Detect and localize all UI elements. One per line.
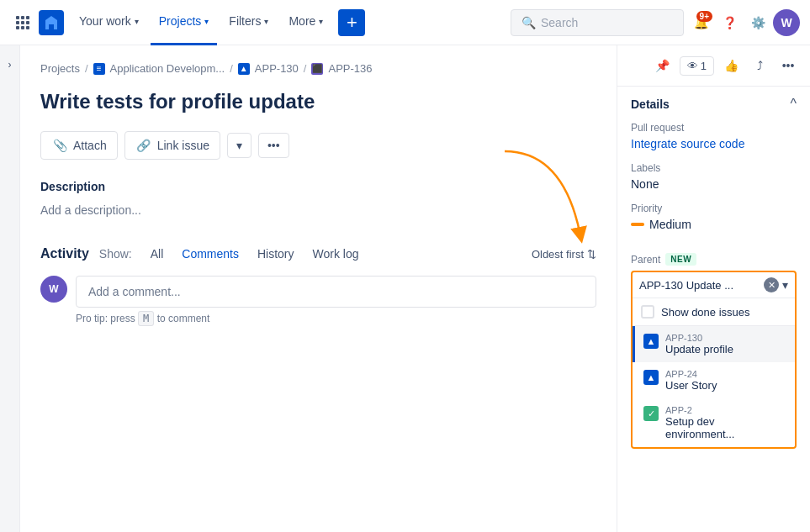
svg-rect-4 <box>21 21 24 24</box>
parent-section: Parent NEW APP-130 Update ... ✕ ▾ Show d… <box>617 253 810 459</box>
pin-icon: 📌 <box>655 59 670 72</box>
breadcrumb-app130[interactable]: APP-130 <box>255 62 299 75</box>
svg-rect-7 <box>21 26 24 29</box>
user-avatar[interactable]: W <box>773 9 800 36</box>
attach-button[interactable]: 📎 Attach <box>40 131 118 160</box>
show-done-checkbox[interactable] <box>641 305 654 319</box>
description-section: Description Add a description... <box>40 180 596 220</box>
parent-label-row: Parent NEW <box>631 253 797 266</box>
sidebar-toggle-button[interactable]: › <box>0 45 20 532</box>
nav-icon-group: 🔔 9+ ❓ ⚙️ W <box>687 9 800 36</box>
details-section: Details ^ Pull request Integrate source … <box>617 87 810 253</box>
dropdown-item-key-0: APP-130 <box>665 333 786 343</box>
description-label: Description <box>40 180 596 193</box>
parent-clear-button[interactable]: ✕ <box>764 277 779 292</box>
details-section-title: Details <box>631 97 670 111</box>
ellipsis-icon: ••• <box>267 139 280 152</box>
help-button[interactable]: ❓ <box>716 9 743 36</box>
parent-dropdown-caret[interactable]: ▾ <box>782 278 788 292</box>
app-body: › Projects / ≡ Application Developm... /… <box>0 45 810 532</box>
breadcrumb-app-dev[interactable]: Application Developm... <box>110 62 225 75</box>
dropdown-item-key-1: APP-24 <box>665 369 786 379</box>
nav-projects[interactable]: Projects ▾ <box>151 0 218 45</box>
breadcrumb-app130-icon: ▲ <box>238 63 250 75</box>
breadcrumb-projects[interactable]: Projects <box>40 62 80 75</box>
notification-bell-button[interactable]: 🔔 9+ <box>687 9 714 36</box>
priority-label: Priority <box>631 203 797 214</box>
chevron-down-icon: ▾ <box>236 139 242 152</box>
priority-row: Priority Medium <box>631 203 797 231</box>
grid-icon[interactable] <box>10 10 35 35</box>
pro-tip: Pro tip: press M to comment <box>76 313 596 324</box>
tab-comments[interactable]: Comments <box>173 244 247 264</box>
svg-rect-0 <box>16 16 19 19</box>
details-header: Details ^ <box>631 97 797 112</box>
tab-worklog[interactable]: Work log <box>304 244 368 264</box>
search-bar[interactable]: 🔍 Search <box>511 9 684 36</box>
create-button[interactable]: + <box>338 9 365 36</box>
collapse-icon: › <box>8 59 12 71</box>
more-panel-button[interactable]: ••• <box>776 54 800 77</box>
svg-rect-2 <box>26 16 29 19</box>
labels-label: Labels <box>631 162 797 174</box>
share-button[interactable]: ⤴ <box>748 54 771 77</box>
dropdown-item-key-2: APP-2 <box>665 405 786 415</box>
activity-filter-tabs: All Comments History Work log <box>142 244 368 264</box>
dropdown-item-app24[interactable]: ▲ APP-24 User Story <box>633 362 795 398</box>
priority-value-row[interactable]: Medium <box>631 218 797 231</box>
nav-your-work[interactable]: Your work ▾ <box>71 0 147 45</box>
parent-label: Parent <box>631 254 660 266</box>
thumbsup-icon: 👍 <box>724 59 739 72</box>
nav-more[interactable]: More ▾ <box>280 0 331 45</box>
pin-icon-button[interactable]: 📌 <box>651 54 675 77</box>
filters-chevron: ▾ <box>264 17 268 26</box>
dropdown-item-name-2: Setup dev environment... <box>665 415 786 440</box>
show-label: Show: <box>99 247 132 261</box>
dropdown-arrow-button[interactable]: ▾ <box>227 133 251 158</box>
tab-all[interactable]: All <box>142 244 172 264</box>
user-comment-avatar: W <box>40 276 67 303</box>
parent-input-value: APP-130 Update ... <box>639 279 764 292</box>
search-icon: 🔍 <box>521 16 536 29</box>
comment-input[interactable]: Add a comment... <box>76 276 596 308</box>
breadcrumb: Projects / ≡ Application Developm... / ▲… <box>40 62 596 75</box>
labels-value[interactable]: None <box>631 177 797 191</box>
parent-dropdown-container: APP-130 Update ... ✕ ▾ Show done issues … <box>631 271 797 449</box>
dropdown-item-app2[interactable]: ✓ APP-2 Setup dev environment... <box>633 398 795 447</box>
action-bar: 📎 Attach 🔗 Link issue ▾ ••• <box>40 131 596 160</box>
app-logo[interactable] <box>39 10 64 35</box>
watch-button[interactable]: 👁 1 <box>680 56 714 76</box>
dropdown-item-app130[interactable]: ▲ APP-130 Update profile <box>633 326 795 362</box>
svg-rect-5 <box>26 21 29 24</box>
help-icon: ❓ <box>723 16 737 29</box>
details-collapse-button[interactable]: ^ <box>790 97 797 112</box>
breadcrumb-app136-icon: ⬛ <box>311 63 323 75</box>
keyboard-shortcut: M <box>138 311 154 326</box>
activity-section: Activity Show: All Comments History Work… <box>40 244 596 324</box>
pull-request-row: Pull request Integrate source code <box>631 122 797 150</box>
main-content: Projects / ≡ Application Developm... / ▲… <box>20 45 617 532</box>
ellipsis-icon: ••• <box>782 59 795 72</box>
eye-icon: 👁 <box>687 60 698 72</box>
dropdown-item-icon-story: ▲ <box>643 334 659 349</box>
more-actions-button[interactable]: ••• <box>258 133 289 158</box>
link-issue-button[interactable]: 🔗 Link issue <box>124 131 220 160</box>
svg-rect-3 <box>16 21 19 24</box>
dropdown-item-name-1: User Story <box>665 379 786 392</box>
sort-button[interactable]: Oldest first ⇅ <box>532 248 596 261</box>
parent-input-row[interactable]: APP-130 Update ... ✕ ▾ <box>633 272 795 298</box>
settings-button[interactable]: ⚙️ <box>744 9 771 36</box>
nav-filters[interactable]: Filters ▾ <box>220 0 277 45</box>
activity-title: Activity <box>40 246 89 261</box>
thumbsup-button[interactable]: 👍 <box>719 54 743 77</box>
breadcrumb-app136[interactable]: APP-136 <box>328 62 372 75</box>
projects-chevron: ▾ <box>204 17 209 26</box>
show-done-label[interactable]: Show done issues <box>661 306 750 319</box>
dropdown-item-icon-story-1: ▲ <box>643 370 659 385</box>
new-badge: NEW <box>665 253 696 266</box>
integrate-source-link[interactable]: Integrate source code <box>631 137 744 150</box>
description-input[interactable]: Add a description... <box>40 200 596 220</box>
activity-header: Activity Show: All Comments History Work… <box>40 244 596 264</box>
svg-rect-1 <box>21 16 24 19</box>
tab-history[interactable]: History <box>249 244 303 264</box>
